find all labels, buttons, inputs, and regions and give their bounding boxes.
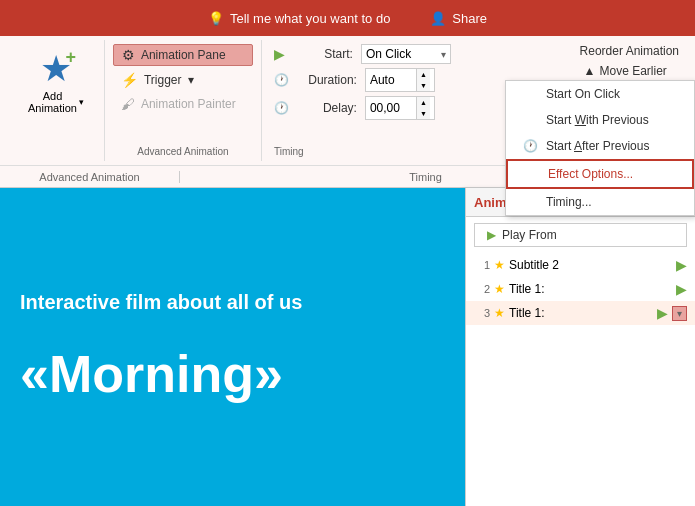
delay-value[interactable] — [366, 99, 416, 117]
delay-up[interactable]: ▲ — [417, 97, 430, 108]
anim-dropdown-3[interactable]: ▾ — [672, 306, 687, 321]
play-from-label: Play From — [502, 228, 557, 242]
slide-main-text: «Morning» — [20, 344, 445, 404]
anim-play-1[interactable]: ▶ — [676, 257, 687, 273]
trigger-button[interactable]: ⚡ Trigger ▾ — [113, 70, 253, 90]
dropdown-arrow-icon: ▾ — [79, 97, 84, 107]
adv-anim-section-label: Advanced Animation — [0, 171, 180, 183]
adv-anim-label: Advanced Animation — [113, 142, 253, 157]
add-animation-label: Add Animation — [28, 90, 77, 114]
delay-down[interactable]: ▼ — [417, 108, 430, 119]
animation-painter-button[interactable]: 🖌 Animation Painter — [113, 94, 253, 114]
animation-list: 1 ★ Subtitle 2 ▶ 2 ★ Title 1: ▶ 3 ★ Titl… — [466, 253, 695, 506]
share-label: Share — [452, 11, 487, 26]
duration-value[interactable] — [366, 71, 416, 89]
anim-item-2[interactable]: 2 ★ Title 1: ▶ — [466, 277, 695, 301]
select-arrow-icon: ▾ — [441, 49, 446, 60]
anim-name-2: Title 1: — [509, 282, 672, 296]
painter-icon: 🖌 — [121, 96, 135, 112]
tell-me-text: Tell me what you want to do — [230, 11, 390, 26]
top-bar: 💡 Tell me what you want to do 👤 Share — [0, 0, 695, 36]
reorder-title: Reorder Animation — [580, 44, 679, 58]
play-from-button[interactable]: ▶ Play From — [474, 223, 687, 247]
lightbulb-icon: 💡 — [208, 11, 224, 26]
start-label: Start: — [293, 47, 353, 61]
duration-down[interactable]: ▼ — [417, 80, 430, 91]
play-icon: ▶ — [274, 46, 285, 62]
anim-item-1[interactable]: 1 ★ Subtitle 2 ▶ — [466, 253, 695, 277]
anim-item-3[interactable]: 3 ★ Title 1: ▶ ▾ — [466, 301, 695, 325]
duration-spinner: ▲ ▼ — [416, 69, 430, 91]
play-from-icon: ▶ — [487, 228, 496, 242]
delay-input[interactable]: ▲ ▼ — [365, 96, 435, 120]
ctx-label-5: Timing... — [546, 195, 592, 209]
gear-icon: ⚙ — [122, 47, 135, 63]
move-earlier-label: Move Earlier — [600, 64, 667, 78]
slide-preview: Interactive film about all of us «Mornin… — [0, 188, 465, 506]
ctx-start-with-previous[interactable]: Start With Previous — [506, 107, 694, 133]
animation-pane-button[interactable]: ⚙ Animation Pane — [113, 44, 253, 66]
trigger-label: Trigger — [144, 73, 182, 87]
ctx-start-after-previous[interactable]: 🕐 Start After Previous — [506, 133, 694, 159]
move-earlier-button[interactable]: ▲ Move Earlier — [580, 62, 671, 80]
ctx-effect-options[interactable]: Effect Options... — [506, 159, 694, 189]
duration-up[interactable]: ▲ — [417, 69, 430, 80]
add-animation-group: ★ + Add Animation ▾ — [8, 40, 105, 161]
anim-num-3: 3 — [474, 307, 490, 319]
trigger-arrow-icon: ▾ — [188, 73, 194, 87]
share-area[interactable]: 👤 Share — [430, 11, 487, 26]
context-menu: Start On Click Start With Previous 🕐 Sta… — [505, 80, 695, 216]
animation-pane: Animation P... ▲ ▼ ✕ ▶ Play From 1 ★ Sub… — [465, 188, 695, 506]
delay-spinner: ▲ ▼ — [416, 97, 430, 119]
ctx-timing[interactable]: Timing... — [506, 189, 694, 215]
delay-label: Delay: — [297, 101, 357, 115]
animation-painter-label: Animation Painter — [141, 97, 236, 111]
anim-star-1: ★ — [494, 258, 505, 272]
ctx-label-2: Start With Previous — [546, 113, 649, 127]
main-area: Interactive film about all of us «Mornin… — [0, 188, 695, 506]
ctx-icon-3: 🕐 — [522, 139, 538, 153]
anim-name-3: Title 1: — [509, 306, 653, 320]
slide-subtitle: Interactive film about all of us — [20, 291, 445, 314]
duration-label: Duration: — [297, 73, 357, 87]
anim-num-1: 1 — [474, 259, 490, 271]
start-row: ▶ Start: On Click ▾ — [274, 44, 560, 64]
clock-icon: 🕐 — [274, 73, 289, 87]
person-icon: 👤 — [430, 11, 446, 26]
lightning-icon: ⚡ — [121, 72, 138, 88]
add-animation-button[interactable]: ★ + Add Animation ▾ — [20, 44, 92, 118]
ctx-label-4: Effect Options... — [548, 167, 633, 181]
ctx-label-1: Start On Click — [546, 87, 620, 101]
anim-num-2: 2 — [474, 283, 490, 295]
plus-icon: + — [65, 48, 76, 66]
tell-me-area[interactable]: 💡 Tell me what you want to do — [208, 11, 390, 26]
anim-play-2[interactable]: ▶ — [676, 281, 687, 297]
ctx-start-on-click[interactable]: Start On Click — [506, 81, 694, 107]
anim-star-3: ★ — [494, 306, 505, 320]
start-select[interactable]: On Click ▾ — [361, 44, 451, 64]
anim-play-3[interactable]: ▶ — [657, 305, 668, 321]
anim-name-1: Subtitle 2 — [509, 258, 672, 272]
start-value: On Click — [366, 47, 441, 61]
advanced-animation-group: ⚙ Animation Pane ⚡ Trigger ▾ 🖌 Animation… — [105, 40, 262, 161]
up-arrow-icon: ▲ — [584, 64, 596, 78]
duration-input[interactable]: ▲ ▼ — [365, 68, 435, 92]
anim-star-2: ★ — [494, 282, 505, 296]
delay-icon: 🕐 — [274, 101, 289, 115]
ctx-label-3: Start After Previous — [546, 139, 649, 153]
animation-pane-label: Animation Pane — [141, 48, 226, 62]
